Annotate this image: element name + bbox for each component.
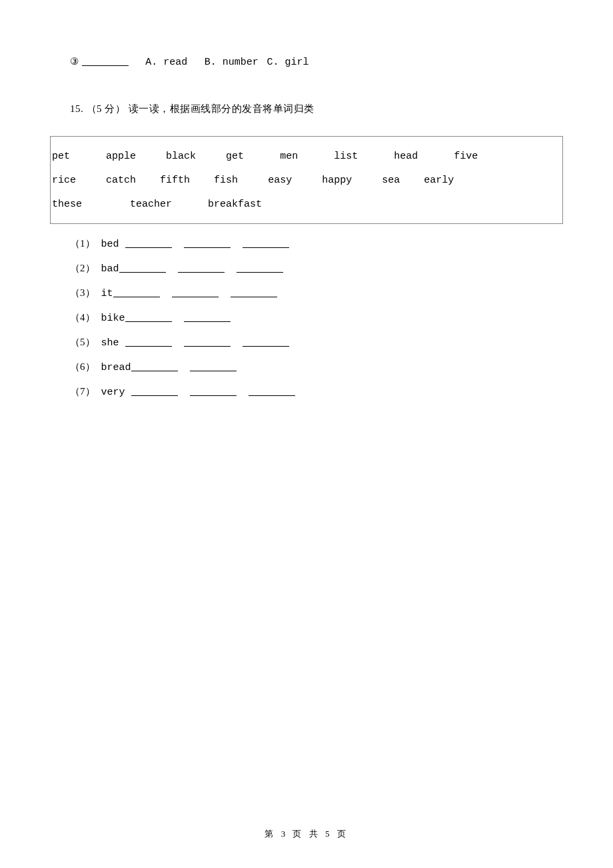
sub-question-4: （4） bike <box>50 310 563 324</box>
sub-word-1: bed <box>95 239 125 250</box>
blank-field[interactable] <box>237 262 283 273</box>
sub-word-3: it <box>95 288 113 299</box>
word-early: early <box>424 175 454 186</box>
word-these: these <box>52 199 82 210</box>
sub-word-6: bread <box>95 362 131 373</box>
word-five: five <box>454 151 478 162</box>
word-black: black <box>166 151 196 162</box>
question-14-option-line: ③ A. read B. number C. girl <box>50 43 563 79</box>
word-sea: sea <box>382 175 400 186</box>
sub-num-7: （7） <box>70 386 95 397</box>
blank-field[interactable] <box>184 311 231 322</box>
blank-field[interactable] <box>82 55 129 66</box>
sub-num-5: （5） <box>70 337 95 347</box>
circled-3: ③ <box>70 56 79 67</box>
word-pet: pet <box>52 151 70 162</box>
sub-question-6: （6） bread <box>50 359 563 373</box>
blank-field[interactable] <box>249 385 295 396</box>
word-breakfast: breakfast <box>208 199 262 210</box>
page-footer: 第 3 页 共 5 页 <box>0 828 613 840</box>
blank-field[interactable] <box>243 336 289 347</box>
word-head: head <box>394 151 418 162</box>
word-easy: easy <box>268 175 292 186</box>
blank-field[interactable] <box>184 336 231 347</box>
word-rice: rice <box>52 175 76 186</box>
sub-word-7: very <box>95 387 131 398</box>
sub-word-5: she <box>95 337 125 349</box>
blank-field[interactable] <box>125 311 172 322</box>
sub-num-6: （6） <box>70 361 95 372</box>
word-men: men <box>280 151 298 162</box>
word-list: list <box>334 151 358 162</box>
sub-word-2: bad <box>95 263 119 275</box>
sub-question-5: （5） she <box>50 335 563 349</box>
question-15-header: 15. （5 分） 读一读，根据画线部分的发音将单词归类 <box>50 91 563 127</box>
option-b: B. number <box>205 57 259 68</box>
word-box: pet apple black get men list head five r… <box>50 136 563 224</box>
blank-field[interactable] <box>184 237 231 248</box>
q15-points: （5 分） <box>87 103 126 114</box>
sub-num-4: （4） <box>70 312 95 323</box>
blank-field[interactable] <box>113 287 160 297</box>
word-happy: happy <box>322 175 352 186</box>
option-c: C. girl <box>267 57 309 68</box>
blank-field[interactable] <box>243 237 289 248</box>
sub-word-4: bike <box>95 313 125 324</box>
word-fish: fish <box>214 175 238 186</box>
sub-question-3: （3） it <box>50 285 563 299</box>
blank-field[interactable] <box>131 361 178 371</box>
sub-question-2: （2） bad <box>50 261 563 275</box>
blank-field[interactable] <box>172 287 219 297</box>
sub-num-2: （2） <box>70 263 95 273</box>
word-catch: catch <box>106 175 136 186</box>
blank-field[interactable] <box>119 262 166 273</box>
sub-num-3: （3） <box>70 287 95 298</box>
sub-question-1: （1） bed <box>50 236 563 250</box>
word-get: get <box>226 151 244 162</box>
q15-instruction: 读一读，根据画线部分的发音将单词归类 <box>125 103 314 114</box>
blank-field[interactable] <box>131 385 178 396</box>
blank-field[interactable] <box>190 385 237 396</box>
word-apple: apple <box>106 151 136 162</box>
word-teacher: teacher <box>130 199 172 210</box>
option-a: A. read <box>145 57 187 68</box>
blank-field[interactable] <box>125 237 172 248</box>
blank-field[interactable] <box>231 287 277 297</box>
blank-field[interactable] <box>178 262 225 273</box>
q15-number: 15. <box>70 103 83 114</box>
blank-field[interactable] <box>125 336 172 347</box>
word-fifth: fifth <box>160 175 190 186</box>
sub-num-1: （1） <box>70 238 95 249</box>
sub-question-7: （7） very <box>50 384 563 398</box>
blank-field[interactable] <box>190 361 237 371</box>
